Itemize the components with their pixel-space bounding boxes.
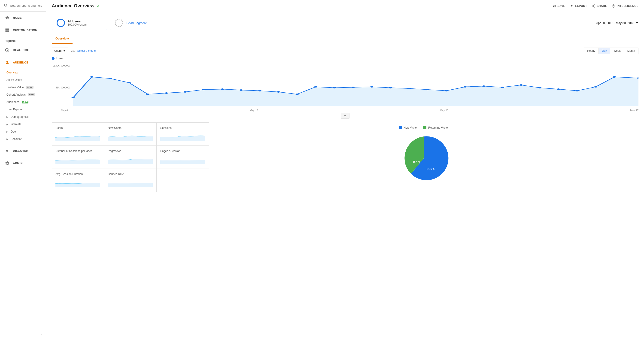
- sidebar-item-demographics[interactable]: ▶ Demographics: [0, 113, 46, 120]
- sidebar-item-behavior[interactable]: ▶ Behavior: [0, 135, 46, 143]
- mini-chart-sessions-per-user: [56, 155, 100, 164]
- metric-card-avg-session: Avg. Session Duration: [52, 169, 104, 192]
- sidebar-item-customization[interactable]: CUSTOMIZATION: [0, 24, 46, 36]
- svg-point-34: [520, 84, 523, 86]
- period-day[interactable]: Day: [599, 48, 610, 54]
- segment-row-left: All Users 100.00% Users + Add Segment: [52, 16, 166, 30]
- tab-row: Overview: [46, 34, 644, 44]
- interests-expand-icon: ▶: [6, 123, 8, 126]
- metric-dropdown[interactable]: Users ▼: [52, 48, 68, 54]
- chart-expand-button[interactable]: ▼: [341, 113, 350, 119]
- segment-add[interactable]: + Add Segment: [110, 16, 166, 30]
- search-input[interactable]: [10, 4, 42, 8]
- svg-point-38: [594, 86, 597, 88]
- segment-all-users[interactable]: All Users 100.00% Users: [52, 16, 107, 30]
- metric-card-pageviews: Pageviews: [104, 146, 156, 168]
- chart-x-labels: May 6 May 13 May 20 May 27: [52, 108, 638, 112]
- tab-overview-label: Overview: [56, 37, 69, 40]
- home-icon: [4, 15, 10, 20]
- sidebar-item-interests[interactable]: ▶ Interests: [0, 120, 46, 128]
- svg-point-17: [202, 89, 205, 90]
- metric-title-sessions-per-user: Number of Sessions per User: [56, 150, 100, 153]
- date-range-text: Apr 30, 2018 - May 30, 2018: [596, 21, 634, 25]
- x-label-may6: May 6: [61, 109, 68, 112]
- cohort-analysis-label: Cohort Analysis: [6, 93, 26, 96]
- sidebar-item-geo[interactable]: ▶ Geo: [0, 128, 46, 135]
- metric-card-empty: [156, 169, 209, 192]
- svg-point-20: [258, 90, 262, 92]
- clock-icon: [4, 48, 10, 53]
- pie-section: New Visitor Returning Visitor: [209, 122, 638, 192]
- share-label: SHARE: [597, 4, 607, 8]
- sidebar-item-active-users[interactable]: Active Users: [0, 76, 46, 84]
- svg-point-35: [538, 87, 542, 88]
- period-month[interactable]: Month: [624, 48, 638, 54]
- metric-card-users: Users: [52, 122, 104, 146]
- metric-label: Users: [54, 49, 62, 52]
- pie-chart-svg: 81.6% 18.4%: [398, 133, 449, 184]
- mini-chart-pageviews: [108, 155, 153, 164]
- date-range[interactable]: Apr 30, 2018 - May 30, 2018 ▼: [596, 21, 638, 25]
- chart-section: Users ▼ VS. Select a metric Hourly Day W…: [46, 44, 644, 122]
- metric-card-sessions: Sessions: [156, 122, 209, 146]
- sidebar-item-audiences[interactable]: Audiences NEW: [0, 98, 46, 106]
- svg-point-31: [464, 86, 467, 88]
- select-metric-link[interactable]: Select a metric: [78, 49, 96, 52]
- metric-card-pages-per-session: Pages / Session: [156, 146, 209, 168]
- chart-expand-area: ▼: [52, 113, 638, 119]
- metric-title-users: Users: [56, 126, 100, 130]
- sidebar: HOME CUSTOMIZATION Reports REAL-TIME AUD…: [0, 0, 46, 339]
- sidebar-item-discover[interactable]: DISCOVER: [0, 144, 46, 157]
- period-hourly[interactable]: Hourly: [584, 48, 599, 54]
- svg-point-12: [109, 78, 112, 79]
- pie-legend: New Visitor Returning Visitor: [399, 126, 449, 129]
- chart-legend: Users: [52, 57, 638, 60]
- svg-point-11: [90, 76, 93, 78]
- user-explorer-label: User Explorer: [6, 108, 23, 111]
- export-button[interactable]: EXPORT: [570, 4, 587, 8]
- save-button[interactable]: SAVE: [552, 4, 565, 8]
- sidebar-item-user-explorer[interactable]: User Explorer: [0, 106, 46, 113]
- metrics-section: Users New Users Sessions: [46, 122, 644, 195]
- sidebar-item-cohort-analysis[interactable]: Cohort Analysis BETA: [0, 91, 46, 98]
- bulb-icon: [4, 148, 10, 153]
- sidebar-item-home[interactable]: HOME: [0, 12, 46, 24]
- metric-card-sessions-per-user: Number of Sessions per User: [52, 146, 104, 168]
- mini-chart-new-users: [108, 132, 153, 141]
- pie-legend-returning-visitor: Returning Visitor: [423, 126, 449, 129]
- save-label: SAVE: [558, 4, 565, 8]
- sidebar-item-audience[interactable]: AUDIENCE: [0, 56, 46, 69]
- x-label-may20: May 20: [440, 109, 448, 112]
- date-range-chevron: ▼: [636, 21, 638, 25]
- segment-info: All Users 100.00% Users: [68, 20, 86, 26]
- intelligence-button[interactable]: INTELLIGENCE: [612, 4, 638, 8]
- svg-point-28: [408, 88, 411, 89]
- svg-point-22: [296, 94, 299, 95]
- collapse-icon: ‹: [41, 333, 42, 336]
- users-legend-dot: [52, 57, 54, 60]
- behavior-label: Behavior: [11, 138, 22, 141]
- demographics-expand-icon: ▶: [6, 116, 8, 118]
- sidebar-collapse-button[interactable]: ‹: [0, 330, 46, 339]
- share-button[interactable]: SHARE: [592, 4, 607, 8]
- tab-overview[interactable]: Overview: [52, 34, 72, 44]
- period-week[interactable]: Week: [610, 48, 624, 54]
- svg-point-18: [221, 88, 224, 90]
- green-pct-label: 18.4%: [412, 160, 420, 163]
- vs-label: VS.: [70, 49, 75, 52]
- overview-label: Overview: [6, 71, 18, 74]
- x-label-may13: May 13: [250, 109, 258, 112]
- intelligence-label: INTELLIGENCE: [617, 4, 638, 8]
- sidebar-item-lifetime-value[interactable]: Lifetime Value BETA: [0, 84, 46, 91]
- search-area: [0, 0, 46, 12]
- audience-label: AUDIENCE: [13, 61, 28, 64]
- lifetime-value-badge: BETA: [26, 86, 34, 89]
- sidebar-item-admin[interactable]: ADMIN: [0, 157, 46, 170]
- sidebar-item-overview[interactable]: Overview: [0, 69, 46, 76]
- segment-name: All Users: [68, 20, 86, 23]
- period-buttons: Hourly Day Week Month: [584, 48, 638, 54]
- demographics-label: Demographics: [11, 115, 28, 118]
- sidebar-item-realtime[interactable]: REAL-TIME: [0, 44, 46, 56]
- metrics-row-2: Number of Sessions per User Pageviews Pa…: [52, 146, 209, 168]
- line-chart-svg: 10,000 5,000: [52, 62, 638, 108]
